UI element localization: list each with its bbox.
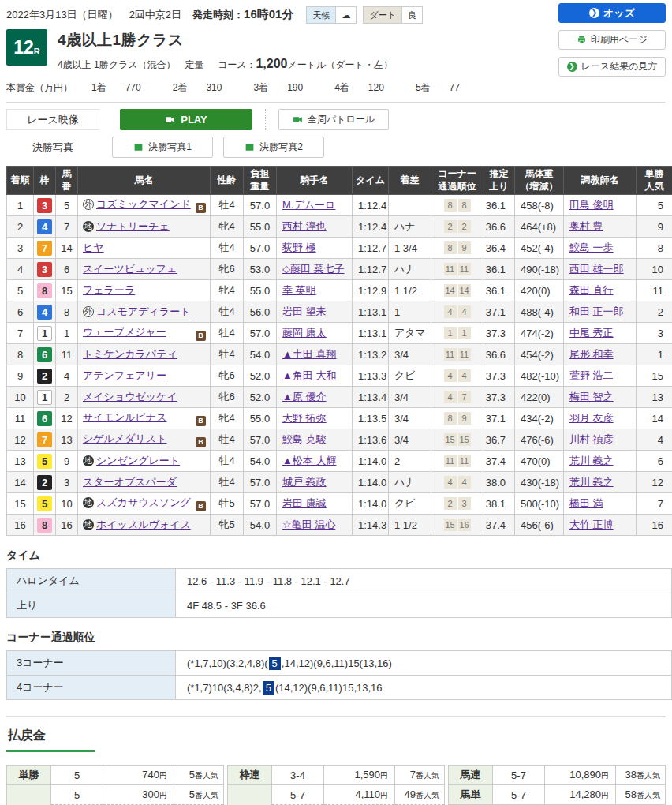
trainer-link[interactable]: 川村 禎彦 <box>569 433 614 445</box>
corner-section-title: コーナー通過順位 <box>6 631 666 645</box>
jockey-link[interactable]: ▲原 優介 <box>282 391 326 402</box>
trainer-link[interactable]: 荒川 義之 <box>569 455 614 466</box>
finish-position: 9 <box>7 365 34 387</box>
horse-name-link[interactable]: アテンフェアリー <box>83 369 166 381</box>
sex-age: 牝4 <box>211 280 244 301</box>
horse-number: 7 <box>56 216 78 238</box>
margin: 1 1/2 <box>389 280 431 301</box>
payout-amount-number: 4,110 <box>355 788 380 800</box>
trainer-link[interactable]: 羽月 友彦 <box>569 412 614 424</box>
finish-position: 5 <box>7 280 34 301</box>
horse-name-link[interactable]: コズミックマインド <box>96 198 191 210</box>
sex-age: 牡5 <box>211 493 244 515</box>
column-header: 調教師名 <box>564 167 637 195</box>
time-row-label: 上り <box>7 593 176 618</box>
trainer-link[interactable]: 尾形 和幸 <box>569 348 614 360</box>
result-row: 16 8 16 地ホイッスルヴォイス 牝5 54.0 ☆亀田 温心 1:14.3… <box>7 515 672 536</box>
corner-pass-number: 2 <box>458 220 471 233</box>
horse-body-weight: 454(-2) <box>515 344 564 365</box>
carried-weight: 57.0 <box>244 472 277 493</box>
trainer-link[interactable]: 梅田 智之 <box>569 391 614 402</box>
jockey-link[interactable]: 幸 英明 <box>282 284 316 296</box>
finish-photo2-button[interactable]: 決勝写真2 <box>223 137 324 158</box>
jockey-link[interactable]: 大野 拓弥 <box>282 412 327 424</box>
photo-icon <box>245 142 255 152</box>
sex-age: 牡4 <box>211 323 244 344</box>
win-favorite-rank: 8 <box>637 238 672 259</box>
horse-name-link[interactable]: ヒヤ <box>83 242 104 253</box>
frame-number: 6 <box>37 411 52 426</box>
trainer-link[interactable]: 森田 直行 <box>569 284 614 296</box>
horse-name-link[interactable]: トミケンカラパティ <box>83 348 177 360</box>
finish-time: 1:12.4 <box>353 195 389 216</box>
trainer-cell: 萱野 浩二 <box>564 365 637 387</box>
jockey-link[interactable]: 鮫島 克駿 <box>282 433 327 445</box>
jockey-link[interactable]: 岩田 望来 <box>282 305 327 317</box>
bet-type-label: 単勝 <box>7 766 51 785</box>
trainer-link[interactable]: 田島 俊明 <box>569 199 614 211</box>
finish-time: 1:12.4 <box>353 216 389 238</box>
horse-name-link[interactable]: ウェーブメジャー <box>83 326 166 338</box>
last-3f: 36.4 <box>483 238 515 259</box>
jockey-link[interactable]: ▲土田 真翔 <box>282 348 336 360</box>
finish-position: 8 <box>7 344 34 365</box>
trainer-link[interactable]: 鮫島 一歩 <box>569 242 614 253</box>
sex-age: 牝5 <box>211 515 244 536</box>
horse-name-link[interactable]: メイショウゼッケイ <box>83 391 177 402</box>
jockey-link[interactable]: ▲松本 大輝 <box>282 455 336 466</box>
horse-name-link[interactable]: ソナトリーチェ <box>96 220 170 232</box>
frame-cell: 6 <box>34 344 56 365</box>
bet-combination: 3-4 <box>272 766 324 785</box>
horse-name-link[interactable]: スイーツビュッフェ <box>83 263 177 275</box>
horse-name-link[interactable]: コスモアディラート <box>96 305 190 317</box>
jockey-link[interactable]: ◇藤田 菜七子 <box>282 263 345 275</box>
trainer-link[interactable]: 奥村 豊 <box>569 220 603 232</box>
horse-prefix-mark: 地 <box>83 519 94 530</box>
finish-position: 16 <box>7 515 34 536</box>
horse-name-link[interactable]: シンゼングレート <box>96 455 180 466</box>
trainer-link[interactable]: 中尾 秀正 <box>569 327 614 339</box>
jockey-link[interactable]: 西村 淳也 <box>282 220 327 232</box>
horse-name-link[interactable]: ホイッスルヴォイス <box>96 519 191 530</box>
jockey-link[interactable]: ☆亀田 温心 <box>282 519 335 530</box>
jockey-link[interactable]: 藤岡 康太 <box>282 327 327 339</box>
trainer-link[interactable]: 西田 雄一郎 <box>569 263 624 275</box>
horse-name-link[interactable]: サイモンルピナス <box>83 411 166 423</box>
popularity-unit: 番人気 <box>637 771 660 780</box>
frame-cell: 7 <box>34 238 56 259</box>
horse-name-link[interactable]: スズカサウスソング <box>96 496 191 508</box>
payout-amount-unit: 円 <box>380 771 388 780</box>
jockey-link[interactable]: 城戸 義政 <box>282 476 327 488</box>
horse-name-link[interactable]: スターオブスパーダ <box>83 476 177 488</box>
jockey-link[interactable]: 岩田 康誠 <box>282 497 327 509</box>
trainer-link[interactable]: 橋田 満 <box>569 497 603 509</box>
jockey-link[interactable]: ▲角田 大和 <box>282 369 336 381</box>
horse-name-cell: メイショウゼッケイ <box>78 387 211 408</box>
finish-photo1-button[interactable]: 決勝写真1 <box>112 137 213 158</box>
trainer-link[interactable]: 萱野 浩二 <box>569 369 614 381</box>
finish-time: 1:14.3 <box>353 515 389 536</box>
trainer-link[interactable]: 荒川 義之 <box>569 476 614 488</box>
horse-body-weight: 470(0) <box>515 451 564 472</box>
jockey-link[interactable]: 荻野 極 <box>282 242 316 253</box>
horse-prefix-mark: 地 <box>83 497 94 508</box>
arrow-circle-green-icon: ❯ <box>567 62 577 72</box>
horse-number: 1 <box>56 323 78 344</box>
jockey-cell: 西村 淳也 <box>277 216 353 238</box>
jockey-cell: ☆亀田 温心 <box>277 515 353 536</box>
odds-button[interactable]: ❯ オッズ <box>558 3 666 23</box>
patrol-video-button[interactable]: 全周パトロール <box>278 109 389 130</box>
trainer-link[interactable]: 和田 正一郎 <box>569 305 624 317</box>
print-page-button[interactable]: 印刷用ページ <box>558 30 666 50</box>
horse-name-link[interactable]: フェラーラ <box>83 284 135 296</box>
trainer-link[interactable]: 大竹 正博 <box>569 519 614 530</box>
horse-name-link[interactable]: シゲルメダリスト <box>83 432 166 444</box>
play-button[interactable]: PLAY <box>120 109 252 130</box>
sex-age: 牡4 <box>211 195 244 216</box>
results-table: 着順枠馬 番馬名性齢負担 重量騎手名タイム着差コーナー 通過順位推定 上り馬体重… <box>6 166 672 536</box>
corner-pass-number: 11 <box>444 263 457 275</box>
trainer-cell: 橋田 満 <box>564 493 637 515</box>
result-guide-button[interactable]: ❯ レース結果の見方 <box>558 57 666 77</box>
corner-positions: 89 <box>431 238 483 259</box>
jockey-link[interactable]: M.デムーロ <box>282 199 335 211</box>
